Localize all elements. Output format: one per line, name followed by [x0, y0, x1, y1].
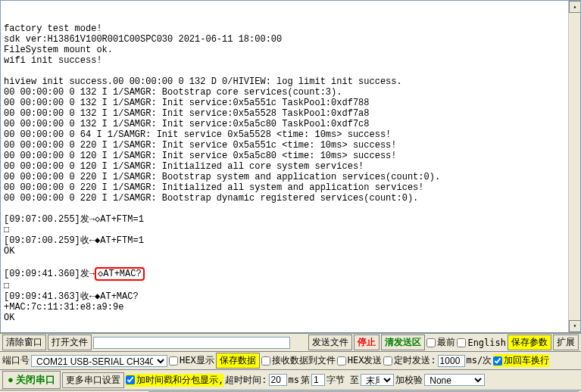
scroll-down-icon[interactable]: ▾ [569, 320, 581, 332]
log-line: □ [4, 225, 9, 235]
log-line: 00 00:00:00 0 64 I 1/SAMGR: Init service… [4, 129, 391, 140]
toolbar-1: 清除窗口 打开文件 发送文件 停止 清发送区 最前 English 保存参数 扩… [0, 333, 581, 351]
timeout-label: 超时时间: [225, 374, 267, 387]
expand-button[interactable]: 扩展 [553, 334, 579, 350]
scrollbar[interactable]: ▴▾ [568, 1, 580, 332]
log-line: OK [4, 313, 14, 323]
save-data-button[interactable]: 保存数据 [216, 353, 260, 369]
log-line: 00 00:00:00 0 220 I 1/SAMGR: Initialized… [4, 182, 424, 193]
log-line: [09:09:41.363]收←◆AT+MAC? [4, 291, 139, 302]
timeout-input[interactable] [269, 374, 287, 386]
send-file-button[interactable]: 发送文件 [308, 334, 352, 350]
log-line: +MAC:7c:11:31:e8:a9:9e [4, 302, 123, 313]
log-line: 00 00:00:00 0 132 I 1/SAMGR: Init servic… [4, 119, 369, 129]
recv-to-file-checkbox: 接收数据到文件 [261, 354, 336, 367]
toolbar-2: 端口号 COM21 USB-SERIAL CH340 HEX显示 保存数据 接收… [0, 351, 581, 369]
hex-send-checkbox: HEX发送 [337, 354, 383, 367]
log-line: 00 00:00:00 0 120 I 1/SAMGR: Initialized… [4, 161, 364, 172]
log-line: 00 00:00:00 0 120 I 1/SAMGR: Init servic… [4, 151, 396, 161]
toolbar-3: ● 关闭串口 更多串口设置 加时间戳和分包显示, 超时时间: ms 第 字节 至… [0, 369, 581, 390]
log-line: sdk ver:Hi3861V100R001C00SPC030 2021-06-… [4, 34, 282, 45]
log-line: 00 00:00:00 0 132 I 1/SAMGR: Init servic… [4, 108, 369, 119]
timed-interval-input[interactable] [438, 355, 465, 367]
port-label: 端口号 [2, 354, 30, 367]
add-crlf-checkbox: 加回车换行 [493, 354, 549, 367]
more-settings-button[interactable]: 更多串口设置 [62, 372, 124, 388]
log-line: 00 00:00:00 0 132 I 1/SAMGR: Bootstrap c… [4, 87, 342, 98]
stop-button[interactable]: 停止 [354, 334, 380, 350]
byte-end-select[interactable]: 末尾 [361, 374, 394, 386]
timeout-unit: ms [289, 375, 299, 385]
log-line: 00 00:00:00 0 220 I 1/SAMGR: Init servic… [4, 140, 396, 151]
log-line: 00 00:00:00 0 220 I 1/SAMGR: Bootstrap s… [4, 172, 440, 182]
check-select[interactable]: None [424, 374, 485, 386]
log-line: factory test mode! [4, 23, 102, 34]
highlight-at-mac: ◇AT+MAC? [95, 267, 145, 281]
di-label: 第 [301, 374, 310, 387]
close-port-button[interactable]: ● 关闭串口 [2, 371, 61, 389]
log-line: hiview init success.00 00:00:00 0 132 D … [4, 76, 402, 87]
toggle-icon: ● [8, 374, 14, 385]
add-check-label: 加校验 [395, 374, 423, 387]
log-line: [09:07:00.255]发→◇AT+FTM=1 [4, 214, 144, 225]
port-select[interactable]: COM21 USB-SERIAL CH340 [31, 355, 167, 367]
scroll-up-icon[interactable]: ▴ [569, 1, 581, 13]
timed-send-checkbox: 定时发送: [383, 354, 436, 367]
open-file-button[interactable]: 打开文件 [48, 334, 92, 350]
log-line: [09:07:00.259]收←◆AT+FTM=1 [4, 235, 144, 246]
english-checkbox: English [457, 338, 506, 348]
clear-send-button[interactable]: 清发送区 [381, 334, 425, 350]
hex-display-checkbox: HEX显示 [169, 354, 214, 367]
save-params-button[interactable]: 保存参数 [508, 334, 551, 350]
front-checkbox: 最前 [426, 336, 455, 349]
log-output: ▴▾ factory test mode! sdk ver:Hi3861V100… [0, 0, 581, 333]
timestamp-checkbox: 加时间戳和分包显示, [126, 374, 223, 387]
file-path-input[interactable] [93, 337, 290, 349]
log-line: OK [4, 246, 14, 257]
byte-label: 字节 至 [326, 374, 359, 387]
log-line: □ [4, 281, 9, 291]
log-line: 00 00:00:00 0 220 I 1/SAMGR: Bootstrap d… [4, 193, 418, 204]
log-line: 00 00:00:00 0 132 I 1/SAMGR: Init servic… [4, 98, 369, 108]
log-line: FileSystem mount ok. [4, 45, 113, 55]
byte-start-input[interactable] [311, 374, 325, 386]
timed-unit-label: ms/次 [467, 354, 492, 367]
log-line: [09:09:41.360]发→ [4, 269, 95, 279]
clear-window-button[interactable]: 清除窗口 [2, 334, 46, 350]
log-line: wifi init success! [4, 55, 102, 66]
